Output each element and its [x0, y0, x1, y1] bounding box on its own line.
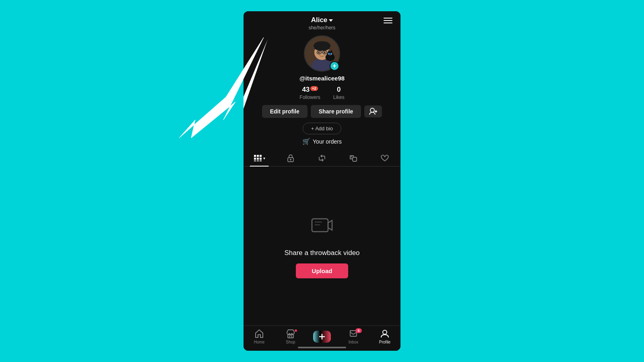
phone-wrapper: [244, 11, 400, 351]
annotation-arrow: [171, 33, 268, 138]
svg-marker-43: [179, 37, 264, 138]
